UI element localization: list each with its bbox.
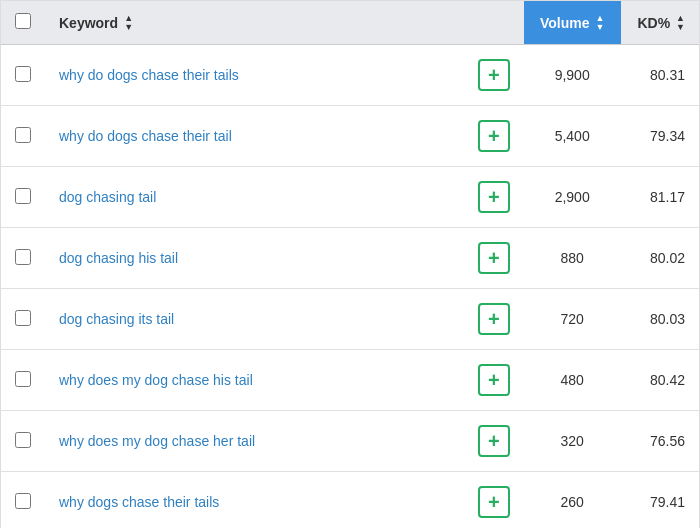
add-button-6[interactable]: + xyxy=(478,364,510,396)
row-checkbox-3[interactable] xyxy=(15,188,31,204)
add-btn-cell-5: + xyxy=(464,289,524,350)
keyword-link-3[interactable]: dog chasing tail xyxy=(59,189,156,205)
keyword-table: Keyword ▲ ▼ Volume ▲ ▼ xyxy=(0,0,700,528)
volume-cell-5: 720 xyxy=(524,289,621,350)
row-checkbox-2[interactable] xyxy=(15,127,31,143)
keyword-link-1[interactable]: why do dogs chase their tails xyxy=(59,67,239,83)
volume-cell-6: 480 xyxy=(524,350,621,411)
row-checkbox-cell xyxy=(1,228,45,289)
table-row: why does my dog chase her tail + 320 76.… xyxy=(1,411,699,472)
table-row: dog chasing his tail + 880 80.02 xyxy=(1,228,699,289)
row-checkbox-cell xyxy=(1,411,45,472)
row-checkbox-6[interactable] xyxy=(15,371,31,387)
kd-cell-5: 80.03 xyxy=(621,289,699,350)
kd-cell-1: 80.31 xyxy=(621,45,699,106)
add-col-header xyxy=(464,1,524,45)
table-row: why does my dog chase his tail + 480 80.… xyxy=(1,350,699,411)
keyword-link-2[interactable]: why do dogs chase their tail xyxy=(59,128,232,144)
kd-cell-2: 79.34 xyxy=(621,106,699,167)
table-row: dog chasing its tail + 720 80.03 xyxy=(1,289,699,350)
kd-sort-arrows[interactable]: ▲ ▼ xyxy=(676,14,685,32)
row-checkbox-cell xyxy=(1,472,45,529)
keyword-cell: why dogs chase their tails xyxy=(45,472,464,529)
row-checkbox-7[interactable] xyxy=(15,432,31,448)
table-row: why dogs chase their tails + 260 79.41 xyxy=(1,472,699,529)
volume-column-header[interactable]: Volume ▲ ▼ xyxy=(524,1,621,45)
row-checkbox-cell xyxy=(1,289,45,350)
kd-cell-3: 81.17 xyxy=(621,167,699,228)
keyword-link-6[interactable]: why does my dog chase his tail xyxy=(59,372,253,388)
add-btn-cell-4: + xyxy=(464,228,524,289)
kd-cell-6: 80.42 xyxy=(621,350,699,411)
keyword-cell: dog chasing its tail xyxy=(45,289,464,350)
row-checkbox-4[interactable] xyxy=(15,249,31,265)
volume-cell-3: 2,900 xyxy=(524,167,621,228)
add-btn-cell-6: + xyxy=(464,350,524,411)
keyword-col-label: Keyword xyxy=(59,15,118,31)
volume-cell-4: 880 xyxy=(524,228,621,289)
kd-cell-8: 79.41 xyxy=(621,472,699,529)
volume-cell-1: 9,900 xyxy=(524,45,621,106)
add-button-3[interactable]: + xyxy=(478,181,510,213)
keyword-link-5[interactable]: dog chasing its tail xyxy=(59,311,174,327)
keyword-cell: why does my dog chase his tail xyxy=(45,350,464,411)
add-btn-cell-8: + xyxy=(464,472,524,529)
kd-cell-7: 76.56 xyxy=(621,411,699,472)
row-checkbox-cell xyxy=(1,45,45,106)
volume-cell-2: 5,400 xyxy=(524,106,621,167)
volume-sort-arrows[interactable]: ▲ ▼ xyxy=(595,14,604,32)
add-btn-cell-3: + xyxy=(464,167,524,228)
row-checkbox-cell xyxy=(1,350,45,411)
add-btn-cell-2: + xyxy=(464,106,524,167)
keyword-cell: why do dogs chase their tails xyxy=(45,45,464,106)
table-row: why do dogs chase their tails + 9,900 80… xyxy=(1,45,699,106)
volume-col-label: Volume xyxy=(540,15,590,31)
keyword-link-4[interactable]: dog chasing his tail xyxy=(59,250,178,266)
row-checkbox-8[interactable] xyxy=(15,493,31,509)
keyword-sort-arrows[interactable]: ▲ ▼ xyxy=(124,14,133,32)
header-checkbox-cell xyxy=(1,1,45,45)
select-all-checkbox[interactable] xyxy=(15,13,31,29)
add-button-2[interactable]: + xyxy=(478,120,510,152)
add-btn-cell-7: + xyxy=(464,411,524,472)
kd-cell-4: 80.02 xyxy=(621,228,699,289)
row-checkbox-cell xyxy=(1,106,45,167)
row-checkbox-1[interactable] xyxy=(15,66,31,82)
keyword-cell: dog chasing his tail xyxy=(45,228,464,289)
row-checkbox-5[interactable] xyxy=(15,310,31,326)
add-btn-cell-1: + xyxy=(464,45,524,106)
keyword-cell: why does my dog chase her tail xyxy=(45,411,464,472)
table-row: dog chasing tail + 2,900 81.17 xyxy=(1,167,699,228)
kd-column-header[interactable]: KD% ▲ ▼ xyxy=(621,1,699,45)
keyword-cell: dog chasing tail xyxy=(45,167,464,228)
keyword-cell: why do dogs chase their tail xyxy=(45,106,464,167)
keyword-link-8[interactable]: why dogs chase their tails xyxy=(59,494,219,510)
table-row: why do dogs chase their tail + 5,400 79.… xyxy=(1,106,699,167)
add-button-5[interactable]: + xyxy=(478,303,510,335)
volume-cell-8: 260 xyxy=(524,472,621,529)
add-button-4[interactable]: + xyxy=(478,242,510,274)
add-button-1[interactable]: + xyxy=(478,59,510,91)
add-button-7[interactable]: + xyxy=(478,425,510,457)
add-button-8[interactable]: + xyxy=(478,486,510,518)
keyword-link-7[interactable]: why does my dog chase her tail xyxy=(59,433,255,449)
keyword-column-header[interactable]: Keyword ▲ ▼ xyxy=(45,1,464,45)
row-checkbox-cell xyxy=(1,167,45,228)
kd-col-label: KD% xyxy=(637,15,670,31)
volume-cell-7: 320 xyxy=(524,411,621,472)
